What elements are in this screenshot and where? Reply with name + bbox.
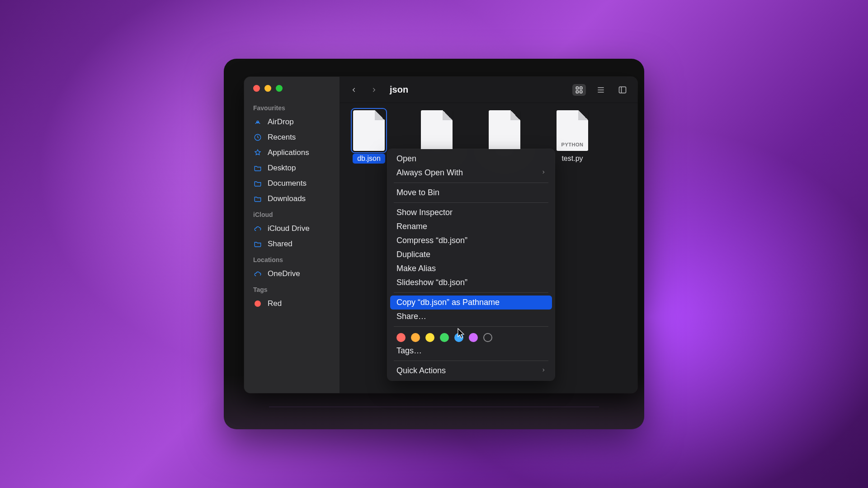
menu-copy-pathname[interactable]: Copy “db.json” as Pathname — [390, 296, 552, 310]
menu-separator — [394, 202, 548, 203]
menu-tag-colors — [390, 329, 552, 344]
chevron-right-icon — [541, 366, 546, 375]
sidebar-item-label: Documents — [268, 179, 307, 188]
sidebar-heading-tags: Tags — [244, 282, 340, 296]
sidebar-item-shared[interactable]: Shared — [244, 236, 340, 252]
menu-label: Duplicate — [396, 250, 430, 259]
menu-quick-actions[interactable]: Quick Actions — [390, 364, 552, 378]
context-menu: Open Always Open With Move to Bin Show I… — [387, 149, 555, 380]
file-label: db.json — [353, 154, 385, 164]
window-controls — [244, 83, 340, 100]
document-icon: PYTHON — [557, 110, 588, 151]
svg-rect-6 — [619, 87, 626, 93]
sidebar-item-documents[interactable]: Documents — [244, 176, 340, 191]
chevron-right-icon — [541, 168, 546, 178]
sidebar-item-onedrive[interactable]: OneDrive — [244, 266, 340, 282]
tag-purple[interactable] — [469, 333, 478, 342]
menu-label: Compress “db.json” — [396, 236, 467, 245]
menu-separator — [394, 292, 548, 293]
applications-icon — [253, 148, 262, 157]
menu-share[interactable]: Share… — [390, 310, 552, 324]
sidebar-item-airdrop[interactable]: AirDrop — [244, 114, 340, 130]
svg-rect-4 — [576, 90, 578, 93]
sidebar-item-label: AirDrop — [268, 117, 294, 127]
file-label: test.py — [557, 154, 587, 164]
close-button[interactable] — [253, 85, 260, 92]
sidebar-item-desktop[interactable]: Desktop — [244, 160, 340, 176]
sidebar-heading-locations: Locations — [244, 252, 340, 266]
file-item[interactable]: PYTHON test.py — [552, 110, 593, 164]
sidebar-item-label: Shared — [268, 239, 292, 249]
cloud-icon — [253, 224, 262, 233]
folder-icon — [253, 164, 262, 173]
sidebar-item-label: OneDrive — [268, 269, 300, 278]
menu-tags[interactable]: Tags… — [390, 344, 552, 358]
window-title: json — [390, 84, 408, 95]
icon-view-button[interactable] — [572, 84, 586, 96]
menu-separator — [394, 361, 548, 361]
sidebar-item-recents[interactable]: Recents — [244, 130, 340, 145]
sidebar-item-applications[interactable]: Applications — [244, 145, 340, 160]
sidebar-item-tag-red[interactable]: Red — [244, 296, 340, 311]
document-icon — [489, 110, 520, 151]
folder-icon — [253, 179, 262, 188]
menu-label: Copy “db.json” as Pathname — [396, 298, 500, 307]
dock-hint — [269, 407, 599, 429]
sidebar-item-label: Downloads — [268, 194, 306, 203]
menu-slideshow[interactable]: Slideshow “db.json” — [390, 276, 552, 290]
tag-orange[interactable] — [411, 333, 420, 342]
menu-always-open-with[interactable]: Always Open With — [390, 166, 552, 180]
tag-none[interactable] — [483, 333, 492, 342]
menu-label: Open — [396, 154, 416, 164]
menu-label: Always Open With — [396, 168, 463, 178]
zoom-button[interactable] — [276, 85, 283, 92]
file-item[interactable] — [416, 110, 458, 155]
sidebar-heading-favourites: Favourites — [244, 100, 340, 114]
folder-icon — [253, 194, 262, 203]
menu-separator — [394, 326, 548, 327]
sidebar-heading-icloud: iCloud — [244, 206, 340, 221]
view-mode-group — [572, 84, 629, 96]
menu-make-alias[interactable]: Make Alias — [390, 262, 552, 276]
sidebar-item-downloads[interactable]: Downloads — [244, 191, 340, 206]
menu-duplicate[interactable]: Duplicate — [390, 248, 552, 262]
menu-label: Slideshow “db.json” — [396, 278, 467, 287]
sidebar-item-label: iCloud Drive — [268, 224, 310, 233]
menu-rename[interactable]: Rename — [390, 220, 552, 234]
clock-icon — [253, 133, 262, 142]
sidebar-item-icloud-drive[interactable]: iCloud Drive — [244, 221, 340, 236]
forward-button[interactable] — [368, 84, 380, 96]
menu-label: Rename — [396, 222, 427, 231]
menu-label: Show Inspector — [396, 208, 453, 217]
document-icon — [421, 110, 453, 151]
menu-compress[interactable]: Compress “db.json” — [390, 234, 552, 248]
tag-green[interactable] — [440, 333, 449, 342]
menu-show-inspector[interactable]: Show Inspector — [390, 206, 552, 220]
menu-label: Move to Bin — [396, 188, 439, 197]
sidebar-item-label: Desktop — [268, 164, 296, 173]
file-badge: PYTHON — [557, 142, 588, 147]
back-button[interactable] — [348, 84, 360, 96]
menu-move-to-bin[interactable]: Move to Bin — [390, 186, 552, 200]
menu-separator — [394, 183, 548, 183]
tag-red[interactable] — [396, 333, 406, 342]
menu-open[interactable]: Open — [390, 152, 552, 166]
svg-rect-5 — [580, 90, 582, 93]
column-view-button[interactable] — [616, 84, 629, 96]
airdrop-icon — [253, 117, 262, 127]
list-view-button[interactable] — [594, 84, 608, 96]
file-item[interactable]: db.json — [348, 110, 390, 164]
tag-yellow[interactable] — [425, 333, 434, 342]
cloud-icon — [253, 269, 262, 278]
mouse-cursor — [458, 328, 466, 340]
document-icon — [353, 110, 385, 151]
toolbar: json — [340, 77, 637, 103]
sidebar-item-label: Applications — [268, 148, 309, 157]
svg-rect-3 — [580, 87, 582, 89]
menu-label: Make Alias — [396, 264, 436, 273]
sidebar-item-label: Red — [268, 299, 282, 308]
shared-folder-icon — [253, 239, 262, 249]
minimize-button[interactable] — [264, 85, 271, 92]
menu-label: Tags… — [396, 346, 422, 356]
sidebar: Favourites AirDrop Recents Applications … — [244, 77, 340, 393]
